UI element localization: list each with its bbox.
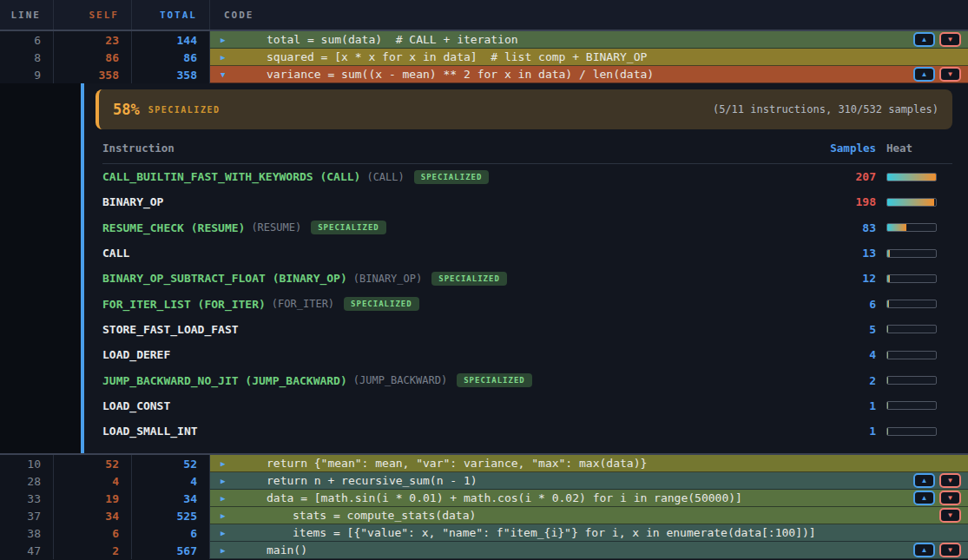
self-samples: 2 xyxy=(54,542,132,559)
expand-caret-icon[interactable]: ▶ xyxy=(221,529,231,537)
panel-gutter xyxy=(0,83,81,453)
specialized-badge: SPECIALIZED xyxy=(431,272,507,286)
code-text: stats = compute_stats(data) xyxy=(231,509,476,522)
instruction-row: CALL13 xyxy=(102,240,952,266)
code-rows-bottom: 105252▶return {"mean": mean, "var": vari… xyxy=(0,453,968,559)
specialized-badge: SPECIALIZED xyxy=(344,297,419,311)
instruction-base-name: (CALL) xyxy=(366,171,404,183)
instruction-samples: 2 xyxy=(780,374,876,387)
instruction-name-group: BINARY_OP_SUBTRACT_FLOAT (BINARY_OP)(BIN… xyxy=(102,272,780,286)
self-samples: 52 xyxy=(54,455,132,472)
jump-down-button[interactable]: ▼ xyxy=(939,67,961,82)
instruction-name: BINARY_OP xyxy=(102,195,163,208)
code-cell: ▶total = sum(data) # CALL + iteration▲▼ xyxy=(210,31,968,49)
heat-bar-fill xyxy=(887,377,888,384)
code-line-row-6: 623144▶total = sum(data) # CALL + iterat… xyxy=(0,31,968,49)
column-header-total: TOTAL xyxy=(132,0,210,30)
code-text: total = sum(data) # CALL + iteration xyxy=(231,33,518,46)
heat-bar xyxy=(886,401,937,410)
jump-up-button[interactable]: ▲ xyxy=(913,473,935,488)
heat-bar-fill xyxy=(887,300,889,307)
code-text: return {"mean": mean, "var": variance, "… xyxy=(231,457,647,470)
instruction-row: LOAD_SMALL_INT1 xyxy=(102,418,952,444)
heat-bar xyxy=(886,376,937,385)
heat-cell xyxy=(876,198,952,207)
code-cell: ▶data = [math.sin(i * 0.01) + math.cos(i… xyxy=(210,490,968,507)
code-line-row-47: 472567▶main()▲▼ xyxy=(0,542,968,559)
instruction-name: LOAD_SMALL_INT xyxy=(102,425,198,438)
heat-bar xyxy=(886,249,937,258)
heat-cell xyxy=(876,300,952,308)
instruction-samples: 1 xyxy=(780,399,876,412)
heat-cell xyxy=(876,223,952,232)
jump-up-button[interactable]: ▲ xyxy=(913,491,935,505)
instruction-name: RESUME_CHECK (RESUME) xyxy=(102,221,245,234)
instruction-base-name: (RESUME) xyxy=(251,221,301,234)
total-samples: 4 xyxy=(132,472,210,490)
instruction-samples: 198 xyxy=(780,195,876,208)
heat-bar xyxy=(886,223,937,232)
specialized-badge: SPECIALIZED xyxy=(311,221,386,234)
collapse-caret-icon[interactable]: ▼ xyxy=(221,70,231,79)
jump-down-button[interactable]: ▼ xyxy=(939,543,961,557)
instruction-row: LOAD_DEREF4 xyxy=(102,342,952,367)
specialized-badge: SPECIALIZED xyxy=(414,170,490,184)
heat-bar-fill xyxy=(887,199,934,206)
instruction-name-group: CALL xyxy=(102,247,780,260)
heat-bar xyxy=(886,173,937,181)
specialization-panel: 58% SPECIALIZED (5/11 instructions, 310/… xyxy=(0,83,968,453)
jump-down-button[interactable]: ▼ xyxy=(939,508,961,523)
heat-bar xyxy=(886,198,937,207)
heat-bar-fill xyxy=(887,174,936,181)
heat-cell xyxy=(876,351,952,359)
code-line-row-37: 3734525▶stats = compute_stats(data)▼ xyxy=(0,507,968,524)
line-number: 8 xyxy=(0,49,54,66)
total-samples: 567 xyxy=(132,542,210,559)
total-samples: 34 xyxy=(132,490,210,507)
heat-cell xyxy=(876,249,952,258)
expand-caret-icon[interactable]: ▶ xyxy=(221,511,231,520)
total-samples: 358 xyxy=(132,66,210,83)
jump-up-button[interactable]: ▲ xyxy=(913,32,935,47)
total-samples: 144 xyxy=(132,31,210,49)
self-samples: 4 xyxy=(54,472,132,490)
panel-content: 58% SPECIALIZED (5/11 instructions, 310/… xyxy=(84,83,968,453)
expand-caret-icon[interactable]: ▶ xyxy=(221,477,231,485)
instruction-row: RESUME_CHECK (RESUME)(RESUME)SPECIALIZED… xyxy=(102,215,952,240)
jump-up-button[interactable]: ▲ xyxy=(913,543,935,557)
expand-caret-icon[interactable]: ▶ xyxy=(221,546,231,555)
specialized-stats: (5/11 instructions, 310/532 samples) xyxy=(713,103,938,115)
jump-down-button[interactable]: ▼ xyxy=(939,491,961,505)
code-cell: ▶squared = [x * x for x in data] # list … xyxy=(210,49,968,66)
column-header-self: SELF xyxy=(54,0,132,30)
heat-cell xyxy=(876,401,952,410)
expand-caret-icon[interactable]: ▶ xyxy=(221,494,231,503)
instruction-base-name: (FOR_ITER) xyxy=(272,298,334,310)
heat-cell xyxy=(876,376,952,385)
code-table-header: LINE SELF TOTAL CODE xyxy=(0,0,968,31)
jump-up-button[interactable]: ▲ xyxy=(913,67,935,82)
instruction-name: CALL xyxy=(102,247,129,260)
heat-bar xyxy=(886,300,937,308)
jump-down-button[interactable]: ▼ xyxy=(939,32,961,47)
line-number: 37 xyxy=(0,507,54,524)
expand-caret-icon[interactable]: ▶ xyxy=(221,36,231,44)
total-samples: 86 xyxy=(132,49,210,66)
heat-bar-fill xyxy=(887,326,888,333)
expand-caret-icon[interactable]: ▶ xyxy=(221,53,231,62)
specialized-label: SPECIALIZED xyxy=(148,105,221,115)
heat-bar-fill xyxy=(887,428,888,435)
heat-bar-fill xyxy=(887,352,888,359)
heat-bar-fill xyxy=(887,250,890,257)
expand-caret-icon[interactable]: ▶ xyxy=(221,459,231,468)
row-nav-buttons: ▲▼ xyxy=(913,32,961,47)
code-text: items = [{"value": x, "name": f"item_{i}… xyxy=(231,526,816,539)
instruction-samples: 1 xyxy=(780,425,876,438)
profiler-view: LINE SELF TOTAL CODE 623144▶total = sum(… xyxy=(0,0,968,560)
instruction-name-group: BINARY_OP xyxy=(102,195,780,208)
code-text: return n + recursive_sum(n - 1) xyxy=(231,474,477,487)
code-rows-top: 623144▶total = sum(data) # CALL + iterat… xyxy=(0,31,968,83)
row-nav-buttons: ▲▼ xyxy=(913,543,961,557)
jump-down-button[interactable]: ▼ xyxy=(939,473,961,488)
instruction-samples: 4 xyxy=(780,348,876,361)
